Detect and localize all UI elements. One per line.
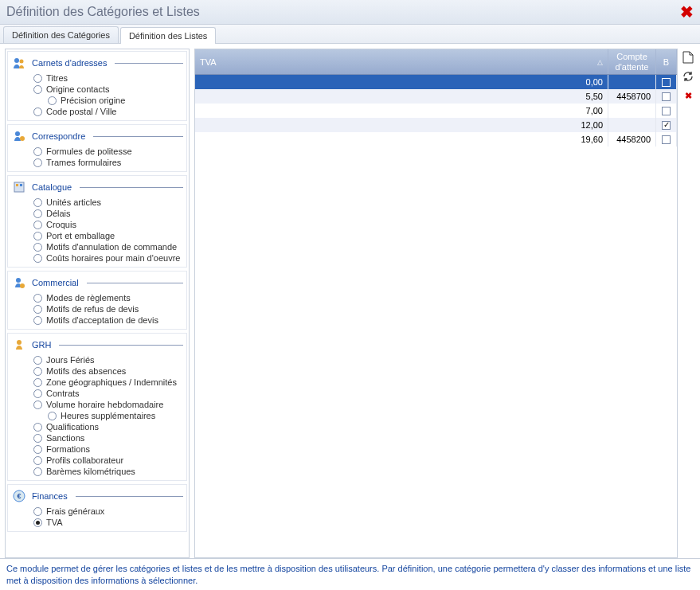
- sidebar-item[interactable]: Trames formulaires: [11, 157, 183, 168]
- sidebar-item-label: Délais: [46, 209, 71, 218]
- sidebar-item[interactable]: Motifs d'acceptation de devis: [11, 315, 183, 326]
- sidebar-item-label: Barèmes kilométriques: [46, 467, 135, 476]
- sidebar-group-3: CommercialModes de règlementsMotifs de r…: [7, 271, 187, 330]
- radio-icon: [33, 507, 42, 516]
- table-row[interactable]: 7,00: [195, 104, 677, 118]
- sidebar-item[interactable]: Contrats: [11, 388, 183, 399]
- column-compte-label: Compte d'attente: [613, 52, 651, 71]
- cell-tva: 12,00: [195, 118, 608, 132]
- new-icon[interactable]: [681, 50, 695, 64]
- group-title: Carnets d'adresses: [32, 58, 107, 68]
- sidebar-item-label: Précision origine: [61, 96, 125, 105]
- side-toolbar: ✖: [678, 49, 698, 558]
- cell-b[interactable]: [656, 89, 677, 104]
- sidebar-item[interactable]: TVA: [11, 517, 183, 528]
- radio-icon: [33, 74, 42, 83]
- svg-rect-6: [20, 184, 22, 186]
- radio-icon: [33, 367, 42, 376]
- radio-icon: [33, 378, 42, 387]
- sidebar-item[interactable]: Origine contacts: [11, 84, 183, 95]
- sidebar-item-label: Motifs d'acceptation de devis: [46, 315, 158, 325]
- catalog-icon: [11, 179, 27, 195]
- cell-b[interactable]: [656, 75, 677, 89]
- sidebar-item[interactable]: Motifs d'annulation de commande: [11, 241, 183, 252]
- data-table: TVA △ Compte d'attente B 0,005,504458700…: [194, 49, 678, 558]
- table-header: TVA △ Compte d'attente B: [195, 49, 677, 75]
- sidebar-item[interactable]: Barèmes kilométriques: [11, 466, 183, 477]
- sidebar-item[interactable]: Port et emballage: [11, 230, 183, 241]
- sidebar-item[interactable]: Coûts horaires pour main d'oeuvre: [11, 252, 183, 264]
- group-divider: [80, 187, 183, 188]
- group-header: Commercial: [11, 275, 183, 291]
- sidebar-item[interactable]: Jours Fériés: [11, 354, 183, 365]
- delete-icon[interactable]: ✖: [681, 88, 695, 103]
- checkbox-icon: [662, 121, 671, 130]
- column-tva[interactable]: TVA △: [195, 49, 608, 74]
- sidebar-item[interactable]: Précision origine: [11, 95, 183, 106]
- svg-point-3: [20, 136, 25, 141]
- sidebar-item-label: Qualifications: [46, 422, 99, 432]
- sidebar-group-1: CorrespondreFormules de politesseTrames …: [7, 124, 187, 172]
- sidebar-item-label: Motifs d'annulation de commande: [46, 242, 177, 252]
- cell-b[interactable]: [656, 132, 677, 147]
- sidebar-item[interactable]: Croquis: [11, 219, 183, 230]
- sidebar-item-label: Unités articles: [46, 197, 101, 207]
- sidebar-item[interactable]: Formations: [11, 443, 183, 455]
- radio-icon: [33, 221, 42, 229]
- table-row[interactable]: 5,504458700: [195, 89, 677, 104]
- sidebar-item[interactable]: Formules de politesse: [11, 146, 183, 157]
- sidebar-item-label: Formules de politesse: [46, 147, 132, 156]
- tab-1[interactable]: Définition des Listes: [120, 27, 216, 44]
- sidebar-item[interactable]: Volume horaire hebdomadaire: [11, 399, 183, 410]
- sidebar-item[interactable]: Titres: [11, 72, 183, 84]
- people-icon: [11, 55, 27, 71]
- sidebar-item[interactable]: Code postal / Ville: [11, 106, 183, 117]
- sidebar-item[interactable]: Motifs des absences: [11, 365, 183, 377]
- sidebar: Carnets d'adressesTitresOrigine contacts…: [5, 49, 190, 558]
- cell-tva: 0,00: [195, 75, 608, 89]
- radio-icon: [33, 85, 42, 94]
- radio-icon: [33, 243, 42, 252]
- sidebar-item[interactable]: Heures supplémentaires: [11, 410, 183, 421]
- sidebar-item[interactable]: Délais: [11, 208, 183, 219]
- svg-rect-4: [14, 182, 24, 192]
- sidebar-item-label: Jours Fériés: [46, 355, 95, 365]
- sidebar-item[interactable]: Profils collaborateur: [11, 455, 183, 466]
- sidebar-item[interactable]: Zone géographiques / Indemnités: [11, 377, 183, 388]
- table-row[interactable]: 12,00: [195, 118, 677, 132]
- svg-point-0: [14, 58, 19, 63]
- sidebar-item-label: Croquis: [46, 220, 76, 229]
- sidebar-item[interactable]: Frais généraux: [11, 506, 183, 517]
- table-row[interactable]: 0,00: [195, 75, 677, 89]
- tab-0[interactable]: Définition des Catégories: [3, 26, 119, 43]
- cell-tva: 19,60: [195, 132, 608, 147]
- group-divider: [76, 496, 183, 497]
- cell-compte: 4458200: [608, 132, 656, 147]
- sidebar-item[interactable]: Motifs de refus de devis: [11, 303, 183, 315]
- group-divider: [59, 345, 183, 346]
- svg-point-8: [20, 283, 25, 288]
- sidebar-item-label: Profils collaborateur: [46, 455, 123, 465]
- sidebar-item-label: Modes de règlements: [46, 293, 131, 303]
- column-compte[interactable]: Compte d'attente: [608, 49, 656, 74]
- radio-icon: [33, 209, 42, 218]
- sidebar-item-label: Volume horaire hebdomadaire: [46, 400, 163, 409]
- cell-b[interactable]: [656, 118, 677, 132]
- cell-b[interactable]: [656, 104, 677, 118]
- close-icon[interactable]: ✖: [680, 4, 694, 20]
- refresh-icon[interactable]: [681, 69, 695, 84]
- titlebar: Définition des Catégories et Listes ✖: [0, 0, 700, 25]
- column-tva-label: TVA: [200, 57, 217, 67]
- sidebar-item-label: Motifs des absences: [46, 366, 126, 376]
- footer-help: Ce module permet de gérer les catégories…: [0, 558, 700, 590]
- table-row[interactable]: 19,604458200: [195, 132, 677, 147]
- sidebar-item[interactable]: Unités articles: [11, 197, 183, 208]
- sidebar-item-label: Motifs de refus de devis: [46, 304, 139, 314]
- sidebar-item[interactable]: Qualifications: [11, 421, 183, 432]
- table-body: 0,005,5044587007,0012,0019,604458200: [195, 75, 677, 147]
- sidebar-item-label: TVA: [46, 518, 63, 527]
- column-b[interactable]: B: [656, 49, 677, 74]
- sidebar-item[interactable]: Modes de règlements: [11, 292, 183, 303]
- radio-icon: [33, 423, 42, 432]
- sidebar-item[interactable]: Sanctions: [11, 432, 183, 443]
